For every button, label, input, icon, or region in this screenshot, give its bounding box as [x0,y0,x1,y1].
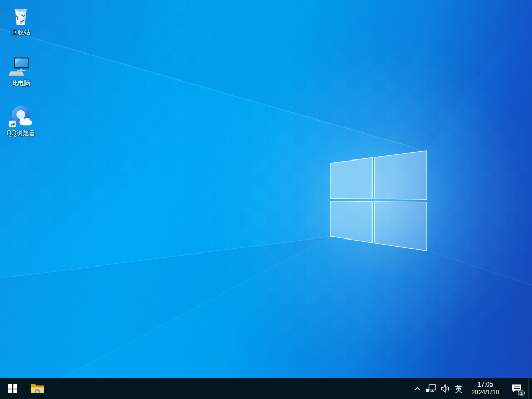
this-pc-icon [8,54,33,79]
file-explorer-button[interactable] [25,378,50,399]
ethernet-network-icon [425,384,436,393]
hidden-icons-button[interactable] [411,378,423,399]
network-button[interactable] [423,378,438,399]
desktop-icon-label: QQ浏览器 [7,130,35,137]
chevron-up-icon [414,387,420,391]
speaker-volume-icon [441,384,449,393]
desktop-icon-label: 回收站 [11,29,30,36]
desktop-icon-qq-browser[interactable]: QQ浏览器 [1,103,41,152]
desktop-icon-recycle-bin[interactable]: 回收站 [1,3,41,52]
show-desktop-button[interactable] [528,378,532,399]
screen: 回收站 [0,0,532,399]
file-explorer-icon [31,383,44,394]
windows-start-icon [8,384,17,393]
recycle-bin-icon [8,3,33,28]
action-center-button[interactable]: 1 [504,378,528,399]
clock-time: 17:05 [477,381,493,389]
taskbar: 英 17:05 2024/1/10 1 [0,378,532,399]
start-button[interactable] [0,378,25,399]
volume-button[interactable] [438,378,451,399]
desktop[interactable]: 回收站 [0,0,532,378]
clock-date: 2024/1/10 [471,389,499,396]
clock[interactable]: 17:05 2024/1/10 [466,378,504,399]
language-indicator[interactable]: 英 [451,378,466,399]
notification-badge: 1 [518,390,525,396]
qq-browser-icon [8,103,34,129]
windows-logo-panes [330,151,427,251]
system-tray: 英 17:05 2024/1/10 1 [411,378,532,399]
desktop-icon-label: 此电脑 [11,80,30,87]
desktop-icon-this-pc[interactable]: 此电脑 [1,54,41,103]
windows-logo-wallpaper [0,0,532,378]
